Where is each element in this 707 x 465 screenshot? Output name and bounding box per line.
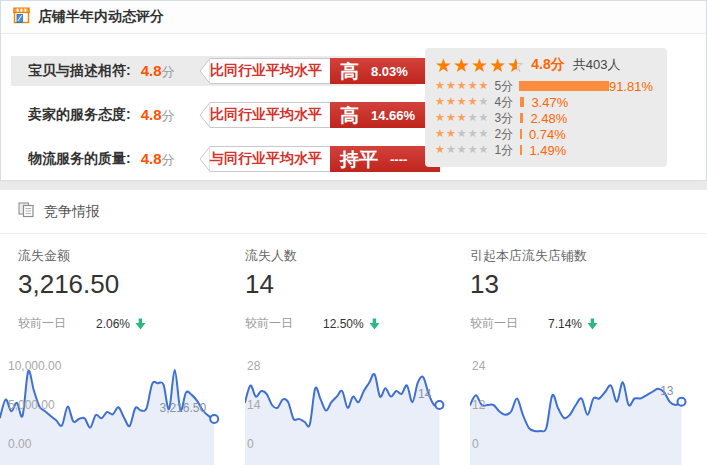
last-point-marker	[210, 415, 218, 423]
compare-word: 高	[340, 106, 359, 125]
metric-block: 引起本店流失店铺数13较前一日7.14%	[470, 247, 707, 332]
chart-canvas[interactable]: 14	[245, 356, 461, 465]
metric-value: 13	[470, 269, 707, 300]
compare-badge: 与同行业平均水平持平----	[199, 146, 440, 172]
metric-block: 流失金额3,216.50较前一日2.06%	[0, 247, 245, 332]
metric-compare: 较前一日7.14%	[470, 315, 707, 332]
compare-value: ----	[390, 152, 407, 167]
shop-rating-title: 店铺半年内动态评分	[38, 8, 164, 26]
rating-score: 4.8分	[141, 62, 175, 81]
rating-score-suffix: 分	[162, 152, 175, 167]
competition-panel: 竞争情报 流失金额3,216.50较前一日2.06%流失人数14较前一日12.5…	[0, 190, 707, 465]
y-axis-tick: 5,000.00	[8, 399, 55, 411]
trend-chart[interactable]: 1428140	[245, 356, 470, 465]
badge-notch-icon	[199, 146, 210, 172]
empty-star-icon: ★	[479, 127, 490, 140]
last-point-marker	[678, 398, 686, 406]
star-icon: ★	[435, 127, 446, 140]
empty-star-icon: ★	[479, 95, 490, 108]
compare-period-label: 较前一日	[18, 315, 66, 332]
y-axis-tick: 0	[472, 438, 479, 450]
score-breakdown-row: ★★★★★1分1.49%	[435, 142, 655, 158]
star-icon: ★	[457, 111, 468, 124]
star-icon: ★	[457, 95, 468, 108]
score-bar	[520, 145, 522, 155]
star-icon: ★	[435, 95, 446, 108]
empty-star-icon: ★	[468, 143, 479, 156]
y-axis-tick: 10,000.00	[8, 360, 61, 372]
metric-title: 流失金额	[18, 247, 245, 265]
score-label: 4分	[494, 94, 518, 111]
overall-score: 4.8分	[531, 56, 564, 74]
score-breakdown-row: ★★★★★2分0.74%	[435, 126, 655, 142]
star-icon: ★	[446, 79, 457, 92]
compare-period-label: 较前一日	[470, 315, 518, 332]
rating-score: 4.8分	[141, 150, 175, 169]
compare-value: 8.03%	[371, 64, 408, 79]
section-divider	[0, 181, 707, 190]
y-axis-tick: 0.00	[8, 438, 31, 450]
charts-row: 3,216.5010,000.005,000.000.0014281401324…	[0, 356, 707, 465]
star-icon: ★	[435, 111, 446, 124]
y-axis-tick: 14	[247, 399, 260, 411]
y-axis-tick: 12	[472, 399, 485, 411]
trend-chart[interactable]: 1324120	[470, 356, 707, 465]
compare-text: 比同行业平均水平	[210, 102, 330, 128]
row-stars: ★★★★★	[435, 80, 489, 92]
score-label: 2分	[494, 126, 518, 143]
row-stars: ★★★★★	[435, 96, 489, 108]
rating-label: 物流服务的质量:	[28, 150, 131, 168]
badge-notch-icon	[199, 102, 210, 128]
score-breakdown-row: ★★★★★3分2.48%	[435, 110, 655, 126]
compare-result: 高8.03%	[330, 58, 440, 84]
compare-value: 14.66%	[371, 108, 415, 123]
empty-star-icon: ★	[468, 127, 479, 140]
empty-star-icon: ★	[468, 111, 479, 124]
score-bar	[519, 81, 609, 91]
chart-canvas[interactable]: 13	[470, 356, 705, 465]
score-percent: 91.81%	[609, 79, 653, 94]
shop-rating-panel: 店铺半年内动态评分 宝贝与描述相符:4.8分比同行业平均水平高8.03%卖家的服…	[0, 0, 707, 181]
rating-score-suffix: 分	[162, 108, 175, 123]
star-icon: ★	[435, 54, 453, 76]
star-icon: ★	[446, 127, 457, 140]
trend-chart[interactable]: 3,216.5010,000.005,000.000.00	[0, 356, 245, 465]
competition-title: 竞争情报	[44, 203, 100, 221]
score-breakdown-row: ★★★★★5分91.81%	[435, 78, 655, 94]
star-icon: ★	[471, 54, 489, 76]
compare-text: 与同行业平均水平	[210, 146, 330, 172]
score-percent: 3.47%	[531, 95, 568, 110]
metric-value: 14	[245, 269, 470, 300]
chart-area	[470, 382, 682, 465]
compare-text: 比同行业平均水平	[210, 58, 330, 84]
last-point-label: 13	[660, 384, 674, 398]
empty-star-icon: ★	[479, 111, 490, 124]
score-bar	[520, 113, 523, 123]
down-arrow-icon	[369, 318, 380, 330]
metric-block: 流失人数14较前一日12.50%	[245, 247, 470, 332]
documents-icon	[18, 202, 35, 222]
shop-icon	[13, 7, 30, 28]
empty-star-icon: ★	[479, 143, 490, 156]
score-percent: 1.49%	[529, 143, 566, 158]
last-point-label: 14	[418, 387, 432, 401]
star-icon: ★	[453, 54, 471, 76]
y-axis-tick: 0	[247, 438, 254, 450]
metrics-row: 流失金额3,216.50较前一日2.06%流失人数14较前一日12.50%引起本…	[0, 234, 707, 332]
rating-rows: 宝贝与描述相符:4.8分比同行业平均水平高8.03%卖家的服务态度:4.8分比同…	[1, 56, 421, 188]
half-star-fill: ★	[507, 55, 517, 75]
score-breakdown-row: ★★★★★4分3.47%	[435, 94, 655, 110]
score-bar	[520, 129, 522, 139]
rating-label: 卖家的服务态度:	[28, 106, 131, 124]
star-icon: ★	[457, 79, 468, 92]
compare-word: 持平	[340, 150, 378, 169]
score-bar	[520, 97, 524, 107]
compare-word: 高	[340, 62, 359, 81]
metric-title: 引起本店流失店铺数	[470, 247, 707, 265]
compare-badge: 比同行业平均水平高8.03%	[199, 58, 440, 84]
empty-star-icon: ★	[457, 127, 468, 140]
rating-row: 宝贝与描述相符:4.8分比同行业平均水平高8.03%	[11, 56, 416, 86]
shop-rating-header: 店铺半年内动态评分	[1, 1, 706, 34]
score-percent: 2.48%	[530, 111, 567, 126]
metric-title: 流失人数	[245, 247, 470, 265]
